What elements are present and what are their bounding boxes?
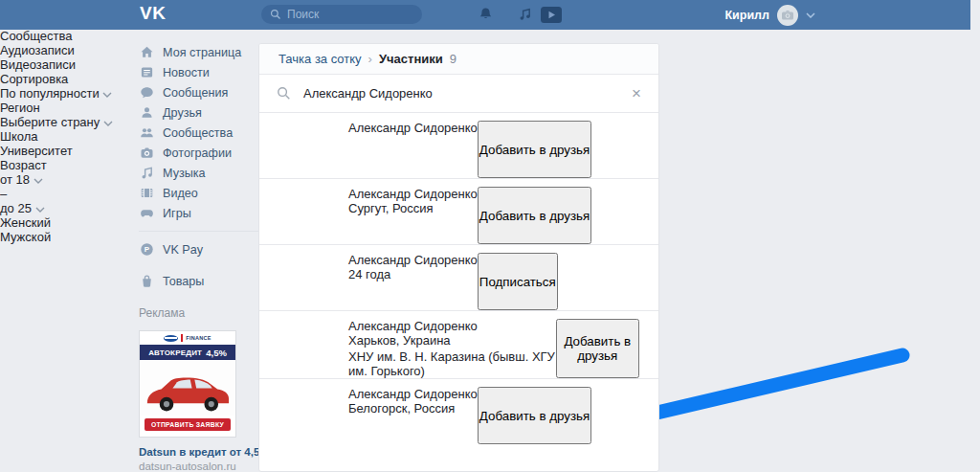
- global-search-input[interactable]: [287, 8, 435, 21]
- ad-red-bar: [181, 334, 183, 342]
- gender-label: Мужской: [0, 230, 51, 244]
- sidebar-item-label: VK Pay: [163, 243, 203, 257]
- members-search-row: ×: [259, 75, 658, 113]
- sidebar-item-label: Моя страница: [163, 46, 241, 59]
- member-name-link[interactable]: Александр Сидоренко: [348, 187, 478, 201]
- top-bar: VK Кирилл: [0, 0, 970, 30]
- avatar: [777, 5, 798, 26]
- add-friend-button[interactable]: Добавить в друзья: [478, 187, 591, 244]
- sidebar-item-vk-pay[interactable]: P VK Pay: [139, 239, 259, 259]
- messages-icon: [139, 85, 154, 101]
- sidebar-item-label: Сообщества: [163, 126, 233, 140]
- member-location: Сургут, Россия: [348, 201, 478, 215]
- left-sidebar: Моя страница Новости Сообщения Друзья Со…: [139, 42, 259, 472]
- communities-icon: [139, 125, 154, 141]
- member-location: Белогорск, Россия: [348, 401, 478, 416]
- sidebar-item-photos[interactable]: Фотографии: [139, 143, 259, 163]
- music-icon: [139, 166, 154, 181]
- search-icon: [270, 9, 281, 20]
- member-avatar[interactable]: [278, 256, 333, 310]
- sidebar-item-messages[interactable]: Сообщения: [139, 82, 259, 102]
- shopping-bag-icon: [139, 274, 154, 289]
- clear-search-icon[interactable]: ×: [632, 85, 641, 101]
- video-icon: [139, 186, 154, 201]
- vk-pay-icon: P: [139, 242, 154, 258]
- member-name-link[interactable]: Александр Сидоренко: [348, 253, 478, 267]
- user-menu[interactable]: Кирилл: [724, 0, 815, 30]
- sidebar-item-music[interactable]: Музыка: [139, 163, 259, 183]
- sidebar-item-label: Фотографии: [163, 146, 232, 160]
- ad-headline-row: АВТОКРЕДИТ 4,5%: [140, 345, 235, 360]
- member-avatar[interactable]: [278, 390, 333, 444]
- sidebar-item-market[interactable]: Товары: [139, 271, 259, 291]
- sidebar-item-video[interactable]: Видео: [139, 183, 259, 203]
- breadcrumb-community-link[interactable]: Тачка за сотку: [278, 52, 362, 66]
- svg-text:P: P: [144, 245, 149, 254]
- ad-rate: 4,5%: [206, 348, 227, 358]
- member-location: Харьков, Украина: [348, 333, 556, 348]
- tab-communities[interactable]: Сообщества: [0, 29, 980, 43]
- sidebar-item-label: Сообщения: [163, 86, 228, 100]
- ad-domain: datsun-autosalon.ru: [139, 461, 259, 472]
- games-icon: [139, 206, 154, 221]
- ad-banner[interactable]: FINANCE АВТОКРЕДИТ 4,5% ОТПРАВИТЬ ЗАЯВКУ: [139, 330, 236, 438]
- gender-label: Женский: [0, 215, 51, 230]
- ad-title-link[interactable]: Datsun в кредит от 4,5%: [139, 446, 259, 458]
- ads-section-label: Реклама: [139, 306, 259, 320]
- camera-icon: [782, 11, 793, 20]
- ad-cta-button[interactable]: ОТПРАВИТЬ ЗАЯВКУ: [145, 418, 231, 431]
- chevron-down-icon: [33, 178, 43, 184]
- chevron-down-icon: [35, 207, 45, 213]
- vk-logo[interactable]: VK: [140, 3, 166, 24]
- subscribe-button[interactable]: Подписаться: [478, 253, 558, 310]
- age-from-value: от 18: [0, 172, 30, 187]
- member-name-link[interactable]: Александр Сидоренко: [348, 319, 478, 333]
- member-avatar[interactable]: [278, 190, 333, 244]
- member-avatar[interactable]: [278, 124, 333, 178]
- region-placeholder: Выберите страну: [0, 115, 100, 129]
- breadcrumb: Тачка за сотку › Участники 9: [259, 44, 658, 75]
- breadcrumb-section: Участники: [379, 52, 443, 66]
- members-search-input[interactable]: [303, 86, 619, 101]
- music-icon[interactable]: [518, 7, 532, 25]
- ad-brand-row: FINANCE: [140, 331, 235, 345]
- add-friend-button[interactable]: Добавить в друзья: [478, 387, 591, 444]
- sidebar-item-games[interactable]: Игры: [139, 203, 259, 223]
- bell-icon[interactable]: [479, 7, 493, 25]
- member-row: Александр Сидоренко 24 года Подписаться: [259, 245, 658, 311]
- sidebar-item-label: Друзья: [163, 106, 202, 120]
- university-label: Университет: [0, 144, 73, 158]
- members-count: 9: [450, 52, 457, 66]
- home-icon: [139, 45, 154, 60]
- age-to-value: до 25: [0, 201, 32, 215]
- chevron-down-icon: [102, 92, 112, 98]
- add-friend-button[interactable]: Добавить в друзья: [556, 319, 639, 378]
- member-name-link[interactable]: Александр Сидоренко: [348, 121, 478, 135]
- video-play-icon[interactable]: [541, 7, 562, 26]
- datsun-logo-icon: [164, 335, 178, 342]
- search-icon: [277, 86, 291, 101]
- sidebar-item-label: Игры: [163, 207, 191, 220]
- chevron-down-icon: [806, 12, 815, 18]
- sidebar-item-my-page[interactable]: Моя страница: [139, 42, 259, 62]
- user-name: Кирилл: [724, 9, 769, 22]
- sidebar-item-label: Товары: [163, 275, 204, 288]
- members-card: Тачка за сотку › Участники 9 × Александр…: [258, 43, 659, 472]
- news-icon: [139, 65, 154, 80]
- member-row: Александр Сидоренко Белогорск, Россия До…: [259, 379, 658, 444]
- member-row: Александр Сидоренко Добавить в друзья: [259, 113, 658, 179]
- global-search[interactable]: [261, 5, 422, 24]
- sort-value: По популярности: [0, 86, 100, 101]
- add-friend-button[interactable]: Добавить в друзья: [478, 121, 591, 178]
- school-label: Школа: [0, 129, 38, 144]
- sidebar-item-label: Видео: [163, 187, 198, 200]
- sidebar-item-label: Музыка: [163, 167, 206, 180]
- sidebar-item-communities[interactable]: Сообщества: [139, 123, 259, 143]
- breadcrumb-separator: ›: [368, 52, 372, 66]
- photos-icon: [139, 146, 154, 161]
- sidebar-item-friends[interactable]: Друзья: [139, 102, 259, 123]
- sidebar-item-news[interactable]: Новости: [139, 62, 259, 82]
- member-avatar[interactable]: [278, 322, 333, 376]
- member-name-link[interactable]: Александр Сидоренко: [348, 387, 478, 401]
- age-range-dash: –: [0, 187, 7, 201]
